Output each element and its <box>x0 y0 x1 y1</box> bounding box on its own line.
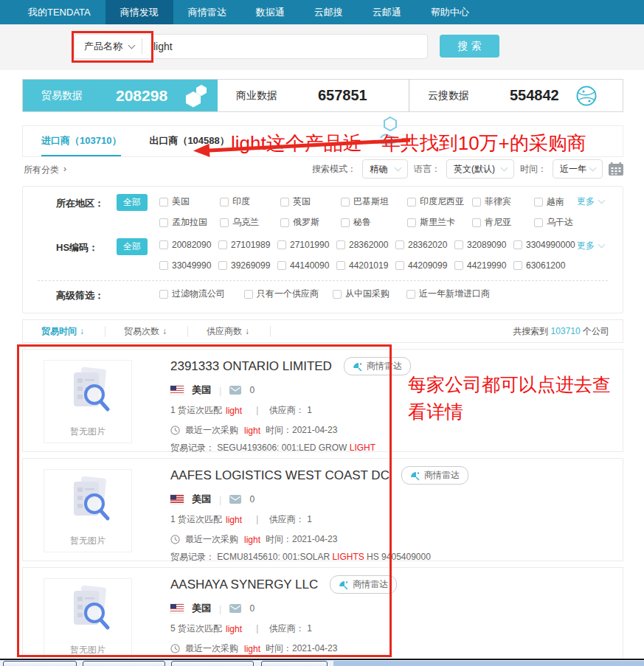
checkbox[interactable] <box>336 240 345 249</box>
envelope-icon[interactable] <box>229 386 241 395</box>
checkbox[interactable] <box>454 240 463 249</box>
checkbox[interactable] <box>395 261 404 270</box>
checkbox[interactable] <box>513 240 522 249</box>
region-option[interactable]: 乌干达 <box>534 216 593 229</box>
sort-by-trade-time[interactable]: 贸易时间↓ <box>41 325 84 338</box>
company-card[interactable]: 暂无图片 AAFES LOGISTICS WEST COAST DC 商情雷达 … <box>22 458 623 561</box>
sort-by-supplier-count[interactable]: 供应商数↓ <box>207 325 249 338</box>
hs-option[interactable]: 39269099 <box>218 260 277 271</box>
checkbox[interactable] <box>220 218 229 227</box>
nav-item-data-link[interactable]: 数据通 <box>241 0 300 24</box>
radar-badge-button[interactable]: 商情雷达 <box>330 575 397 594</box>
search-input[interactable]: light <box>142 41 173 52</box>
region-option[interactable]: 乌克兰 <box>220 216 280 229</box>
window-tab[interactable] <box>261 661 328 666</box>
calendar-icon[interactable] <box>609 162 623 176</box>
checkbox[interactable] <box>341 218 350 227</box>
window-tab[interactable] <box>83 661 165 666</box>
checkbox[interactable] <box>395 240 404 249</box>
nav-item-business-discovery[interactable]: 商情发现 <box>105 0 173 24</box>
checkbox[interactable] <box>534 218 543 227</box>
nav-item-help-center[interactable]: 帮助中心 <box>416 0 484 24</box>
hs-option[interactable]: 44219990 <box>454 260 513 271</box>
company-name[interactable]: AASHAYA SYNERGY LLC <box>170 577 318 592</box>
advanced-option[interactable]: 从中国采购 <box>333 288 406 300</box>
breadcrumb[interactable]: 所有分类 › <box>24 164 66 176</box>
checkbox[interactable] <box>454 261 463 270</box>
advanced-option[interactable]: 过滤物流公司 <box>159 288 244 300</box>
checkbox[interactable] <box>407 198 416 207</box>
checkbox[interactable] <box>218 261 227 270</box>
region-option[interactable]: 俄罗斯 <box>280 216 341 229</box>
checkbox[interactable] <box>218 240 227 249</box>
region-option[interactable]: 秘鲁 <box>341 216 407 229</box>
region-option[interactable]: 斯里兰卡 <box>407 216 472 229</box>
checkbox[interactable] <box>277 240 286 249</box>
hs-option[interactable]: 28362020 <box>395 240 454 250</box>
envelope-icon[interactable] <box>229 604 241 613</box>
region-option[interactable]: 印度 <box>220 195 280 208</box>
hs-option[interactable]: 44209099 <box>395 260 454 271</box>
checkbox[interactable] <box>534 198 543 207</box>
checkbox[interactable] <box>333 290 342 299</box>
checkbox[interactable] <box>159 290 168 299</box>
search-category-dropdown[interactable]: 产品名称 <box>75 40 142 53</box>
region-option[interactable]: 巴基斯坦 <box>341 195 407 208</box>
company-thumbnail[interactable]: 暂无图片 <box>44 469 132 552</box>
search-mode-select[interactable]: 精确 <box>362 159 408 178</box>
radar-badge-button[interactable]: 商情雷达 <box>401 466 468 485</box>
tab-importers[interactable]: 进口商（103710） <box>41 126 121 156</box>
checkbox[interactable] <box>513 261 522 270</box>
search-button[interactable]: 搜 索 <box>440 35 499 58</box>
hs-more-link[interactable]: 更多 <box>577 240 604 252</box>
stat-trade-data[interactable]: 贸易数据 208298 <box>23 80 218 111</box>
checkbox[interactable] <box>280 218 289 227</box>
region-option[interactable]: 肯尼亚 <box>472 216 534 229</box>
hs-all-button[interactable]: 全部 <box>117 238 148 255</box>
checkbox[interactable] <box>341 198 350 207</box>
nav-item-cloud-mail-link[interactable]: 云邮通 <box>358 0 416 24</box>
checkbox[interactable] <box>244 290 253 299</box>
nav-item-cloud-mail-search[interactable]: 云邮搜 <box>300 0 358 24</box>
region-option[interactable]: 美国 <box>159 195 220 208</box>
hs-option[interactable]: 32089090 <box>454 240 513 250</box>
checkbox[interactable] <box>159 261 168 270</box>
company-name[interactable]: AAFES LOGISTICS WEST COAST DC <box>170 468 389 483</box>
checkbox[interactable] <box>472 198 481 207</box>
region-more-link[interactable]: 更多 <box>577 195 604 208</box>
checkbox[interactable] <box>159 198 168 207</box>
hs-option[interactable]: 27101990 <box>277 240 336 250</box>
window-tab[interactable] <box>171 661 254 666</box>
window-tab[interactable] <box>3 661 77 666</box>
nav-item-business-radar[interactable]: 商情雷达 <box>173 0 241 24</box>
sort-by-trade-count[interactable]: 贸易次数↓ <box>124 325 167 338</box>
envelope-icon[interactable] <box>229 495 241 504</box>
region-option[interactable]: 孟加拉国 <box>159 216 220 229</box>
hs-option[interactable]: 27101989 <box>218 240 277 250</box>
language-select[interactable]: 英文(默认) <box>446 159 514 178</box>
stat-business-data[interactable]: 商业数据 657851 <box>218 80 409 111</box>
hs-option[interactable]: 20082090 <box>159 240 218 250</box>
nav-item-my-tendata[interactable]: 我的TENDATA <box>13 0 105 24</box>
region-option[interactable]: 印度尼西亚 <box>407 195 472 208</box>
advanced-option[interactable]: 只有一个供应商 <box>244 288 333 300</box>
company-thumbnail[interactable]: 暂无图片 <box>44 578 132 662</box>
checkbox[interactable] <box>159 218 168 227</box>
checkbox[interactable] <box>159 240 168 249</box>
company-thumbnail[interactable]: 暂无图片 <box>44 360 132 443</box>
checkbox[interactable] <box>406 290 415 299</box>
region-option[interactable]: 菲律宾 <box>472 195 534 208</box>
checkbox[interactable] <box>277 261 286 270</box>
checkbox[interactable] <box>472 218 481 227</box>
hs-option[interactable]: 28362000 <box>336 240 395 250</box>
stat-cloud-data[interactable]: 云搜数据 554842 <box>409 80 623 111</box>
time-select[interactable]: 近一年 <box>553 159 603 178</box>
advanced-option[interactable]: 近一年新增进口商 <box>406 288 490 300</box>
checkbox[interactable] <box>280 198 289 207</box>
company-card[interactable]: 暂无图片 AASHAYA SYNERGY LLC 商情雷达 美国 | <box>22 567 623 666</box>
hs-option[interactable]: 44140090 <box>277 260 336 271</box>
hs-option[interactable]: 63061200 <box>513 260 590 271</box>
checkbox[interactable] <box>336 261 345 270</box>
hs-option[interactable]: 44201019 <box>336 260 395 271</box>
checkbox[interactable] <box>407 218 416 227</box>
